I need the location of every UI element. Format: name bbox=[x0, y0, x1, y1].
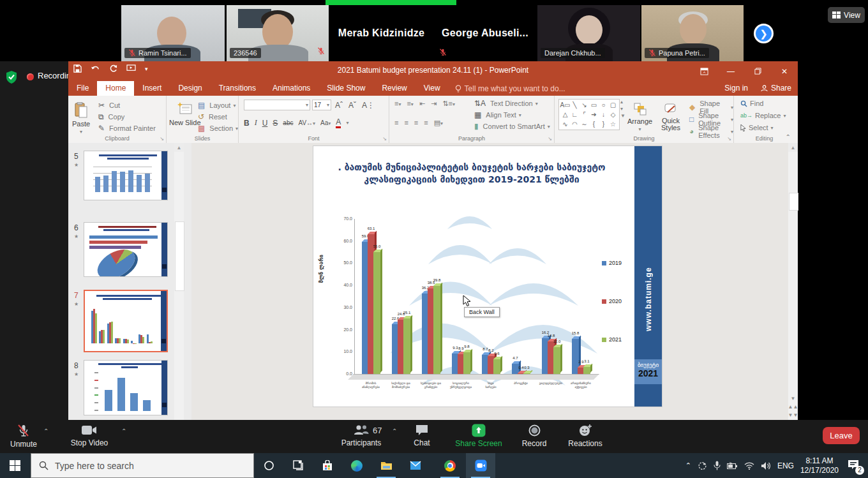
bar-2021[interactable]: 55.0 bbox=[373, 252, 380, 374]
unmute-button[interactable]: Unmute bbox=[10, 424, 37, 449]
copy-button[interactable]: ⧉Copy bbox=[96, 112, 124, 121]
shrink-font-button[interactable]: Aˇ bbox=[347, 101, 358, 110]
bar-2021[interactable]: 39.8 bbox=[433, 286, 440, 374]
font-name-input[interactable]: ▾ bbox=[244, 100, 310, 110]
start-button[interactable] bbox=[0, 453, 29, 478]
shapes-gallery[interactable]: A▭╲↘▭○▢ △∟⌜➔↓◇ ∿◠∼{}☆ bbox=[558, 99, 620, 130]
taskbar-clock[interactable]: 8:11 AM 12/17/2020 bbox=[800, 456, 839, 475]
select-button[interactable]: Select▾ bbox=[740, 124, 774, 131]
bar-chart[interactable]: 59.663.155.0შრომის ანაზღაურება22.624.625… bbox=[354, 219, 596, 374]
align-text-button[interactable]: ▦Align Text▾ bbox=[472, 110, 521, 119]
participants-caret[interactable]: ⌃ bbox=[392, 428, 397, 435]
cut-button[interactable]: ✂Cut bbox=[96, 101, 120, 110]
strikethrough-button[interactable]: abc bbox=[283, 119, 293, 126]
bar-2021[interactable]: 6.6 bbox=[493, 359, 500, 374]
leave-button[interactable]: Leave bbox=[823, 427, 860, 444]
shapes-scroll[interactable]: ▴▾▼ bbox=[620, 99, 625, 119]
participant-name-tile[interactable]: Merab Kidzinidze bbox=[330, 5, 433, 61]
record-button[interactable]: Record bbox=[518, 424, 550, 448]
change-case-button[interactable]: Aa▾ bbox=[320, 119, 331, 126]
collapse-ribbon-button[interactable]: ⌃ bbox=[786, 133, 791, 140]
align-left-button[interactable]: ≡ bbox=[394, 119, 398, 127]
tab-animations[interactable]: Animations bbox=[264, 81, 318, 96]
justify-button[interactable]: ≡ bbox=[424, 119, 428, 127]
minimize-button[interactable]: — bbox=[717, 61, 744, 81]
stop-video-button[interactable]: Stop Video bbox=[65, 424, 114, 447]
participant-video-tile[interactable]: 236546 bbox=[227, 5, 329, 61]
clipboard-dialog-launcher[interactable]: ↘ bbox=[160, 136, 164, 142]
replace-button[interactable]: ab→Replace▾ bbox=[740, 112, 786, 119]
tab-view[interactable]: View bbox=[415, 81, 449, 96]
zoom-app-button[interactable] bbox=[466, 453, 495, 478]
action-center-button[interactable]: 2 bbox=[848, 459, 859, 472]
bullets-button[interactable]: ≡▾ bbox=[394, 100, 401, 108]
tab-transitions[interactable]: Transitions bbox=[211, 81, 264, 96]
chat-button[interactable]: Chat bbox=[407, 424, 437, 447]
paragraph-dialog-launcher[interactable]: ↘ bbox=[548, 136, 552, 142]
tab-review[interactable]: Review bbox=[373, 81, 415, 96]
battery-tray-icon[interactable] bbox=[727, 462, 738, 470]
previous-slide-button[interactable]: ▲▲ bbox=[788, 404, 798, 410]
align-center-button[interactable]: ≡ bbox=[404, 119, 408, 127]
ribbon-display-options-button[interactable] bbox=[691, 61, 717, 81]
convert-smartart-button[interactable]: ▮Convert to SmartArt▾ bbox=[472, 122, 550, 131]
increase-indent-button[interactable]: ⇥ bbox=[431, 100, 437, 108]
reset-button[interactable]: ↺Reset bbox=[196, 112, 227, 121]
participant-video-tile[interactable]: Darejan Chkhub... bbox=[537, 5, 640, 61]
store-button[interactable] bbox=[313, 453, 342, 478]
next-slide-button[interactable]: ▼▼ bbox=[788, 412, 798, 418]
tab-home[interactable]: Home bbox=[97, 81, 134, 96]
share-button[interactable]: Share bbox=[761, 84, 791, 93]
slide-canvas[interactable]: . ბათუმის მუნიციპალიტეტის ბიუჯეტის ხარჯე… bbox=[313, 146, 662, 407]
line-spacing-button[interactable]: ⇅≡▾ bbox=[442, 100, 455, 108]
layout-button[interactable]: ▤Layout▾ bbox=[196, 101, 236, 110]
numbering-button[interactable]: ≡▾ bbox=[407, 100, 413, 108]
font-color-button[interactable]: A bbox=[336, 117, 341, 128]
mic-tray-icon[interactable] bbox=[714, 461, 721, 470]
participant-video-tile[interactable]: Papuna Petri... bbox=[641, 5, 744, 61]
scroll-up-icon[interactable]: ▲ bbox=[788, 143, 798, 152]
scroll-thumb[interactable] bbox=[789, 193, 798, 211]
clear-formatting-button[interactable]: A⋮ bbox=[360, 101, 377, 110]
bold-button[interactable]: B bbox=[244, 119, 250, 128]
participant-name-tile[interactable]: George Abuseli... bbox=[434, 5, 536, 61]
scroll-down-icon[interactable]: ▼ bbox=[791, 396, 796, 401]
quick-styles-button[interactable]: Quick Styles bbox=[658, 98, 684, 131]
audio-options-caret[interactable]: ⌃ bbox=[43, 428, 49, 435]
view-button[interactable]: View bbox=[828, 7, 865, 23]
participant-video-tile[interactable]: Ramin Tsinari... bbox=[121, 5, 225, 61]
underline-button[interactable]: U bbox=[262, 119, 268, 128]
edge-button[interactable] bbox=[342, 453, 371, 478]
italic-button[interactable]: I bbox=[255, 118, 257, 128]
language-indicator[interactable]: ENG bbox=[777, 461, 794, 470]
find-button[interactable]: Find bbox=[740, 100, 763, 107]
chrome-button[interactable] bbox=[435, 453, 465, 478]
bar-2021[interactable]: 3.1 bbox=[583, 367, 590, 374]
slide-thumbnail-5[interactable] bbox=[84, 151, 168, 200]
tab-slide-show[interactable]: Slide Show bbox=[318, 81, 373, 96]
bar-2021[interactable]: 12.0 bbox=[553, 347, 560, 374]
tab-file[interactable]: File bbox=[68, 81, 97, 96]
bar-2021[interactable]: 0.3 bbox=[523, 373, 530, 374]
video-options-caret[interactable]: ⌃ bbox=[121, 428, 126, 435]
close-button[interactable]: ✕ bbox=[771, 61, 798, 81]
drawing-dialog-launcher[interactable]: ↘ bbox=[727, 136, 731, 142]
section-button[interactable]: ▩Section▾ bbox=[196, 124, 238, 133]
share-screen-button[interactable]: Share Screen bbox=[448, 424, 509, 448]
bar-2021[interactable]: 25.1 bbox=[403, 318, 410, 374]
slide-thumbnail-8[interactable] bbox=[84, 360, 168, 415]
next-participants-button[interactable]: ❯ bbox=[754, 24, 774, 43]
volume-tray-icon[interactable] bbox=[761, 461, 771, 470]
align-right-button[interactable]: ≡ bbox=[414, 119, 418, 127]
thumb-scroll-thumb[interactable] bbox=[175, 221, 184, 291]
slide-thumbnail-6[interactable] bbox=[84, 222, 168, 277]
decrease-indent-button[interactable]: ⇤ bbox=[419, 100, 425, 108]
shadow-button[interactable]: S bbox=[273, 119, 278, 128]
tab-insert[interactable]: Insert bbox=[134, 81, 170, 96]
reactions-button[interactable]: Reactions bbox=[565, 424, 605, 448]
slide-scrollbar[interactable]: ▲ ▼ ▲▲ ▼▼ bbox=[788, 143, 798, 420]
file-explorer-button[interactable] bbox=[371, 453, 401, 478]
mail-button[interactable] bbox=[401, 453, 430, 478]
tell-me-box[interactable]: Tell me what you want to do... bbox=[449, 82, 572, 96]
font-dialog-launcher[interactable]: ↘ bbox=[382, 136, 387, 142]
